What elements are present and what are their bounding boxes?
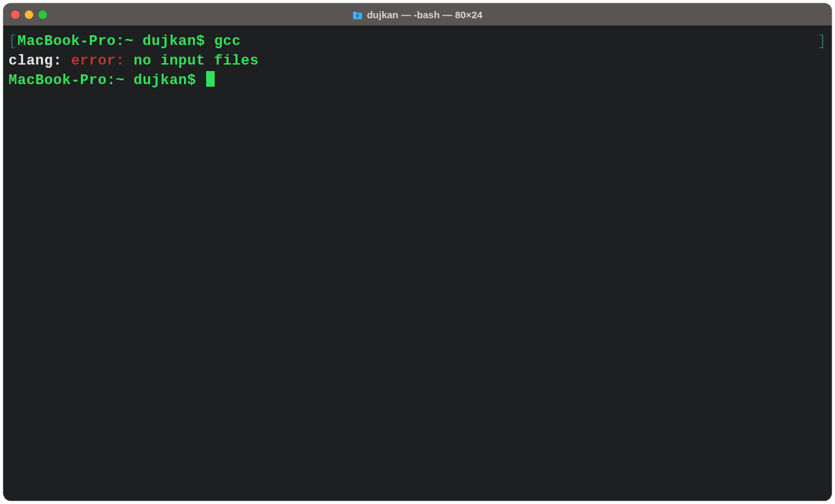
prompt-1: MacBook-Pro:~ dujkan$	[18, 33, 214, 50]
terminal-line-1: [MacBook-Pro:~ dujkan$ gcc	[8, 32, 827, 52]
error-message: no input files	[134, 53, 259, 69]
traffic-lights	[11, 10, 47, 19]
command-1: gcc	[214, 33, 241, 50]
terminal-line-2: clang: error: no input files	[8, 52, 827, 71]
folder-icon	[352, 10, 363, 19]
terminal-window: dujkan — -bash — 80×24 ] [MacBook-Pro:~ …	[3, 3, 832, 501]
title-center: dujkan — -bash — 80×24	[3, 9, 832, 20]
maximize-icon[interactable]	[38, 10, 47, 19]
svg-rect-1	[357, 14, 359, 15]
titlebar[interactable]: dujkan — -bash — 80×24	[3, 3, 832, 25]
minimize-icon[interactable]	[25, 10, 33, 19]
terminal-body[interactable]: ] [MacBook-Pro:~ dujkan$ gcc clang: erro…	[3, 25, 832, 501]
bracket-right: ]	[817, 32, 827, 52]
svg-rect-0	[357, 14, 359, 17]
cursor	[206, 71, 215, 87]
window-title: dujkan — -bash — 80×24	[367, 9, 482, 20]
bracket-left: [	[8, 33, 18, 50]
clang-prefix: clang:	[8, 53, 71, 69]
close-icon[interactable]	[11, 10, 20, 19]
error-label: error:	[71, 53, 134, 69]
prompt-2: MacBook-Pro:~ dujkan$	[8, 72, 205, 89]
terminal-line-3: MacBook-Pro:~ dujkan$	[8, 71, 827, 91]
